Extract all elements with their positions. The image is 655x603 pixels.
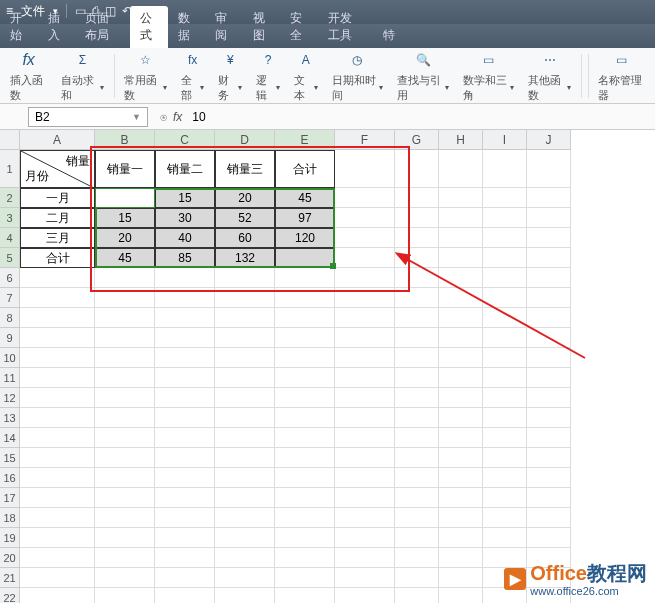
cell-E18[interactable]	[275, 508, 335, 528]
cell-H17[interactable]	[439, 488, 483, 508]
cell-H5[interactable]	[439, 248, 483, 268]
cell-F22[interactable]	[335, 588, 395, 603]
cell-G9[interactable]	[395, 328, 439, 348]
cell-E4[interactable]: 120	[275, 228, 335, 248]
cell-C3[interactable]: 30	[155, 208, 215, 228]
cell-J7[interactable]	[527, 288, 571, 308]
cell-E2[interactable]: 45	[275, 188, 335, 208]
cell-G5[interactable]	[395, 248, 439, 268]
cell-A2[interactable]: 一月	[20, 188, 95, 208]
cells-area[interactable]: 销量月份销量一销量二销量三合计一月10152045二月15305297三月204…	[20, 150, 571, 603]
cell-C19[interactable]	[155, 528, 215, 548]
cell-C6[interactable]	[155, 268, 215, 288]
cell-H10[interactable]	[439, 348, 483, 368]
cell-I19[interactable]	[483, 528, 527, 548]
cell-G8[interactable]	[395, 308, 439, 328]
cell-F15[interactable]	[335, 448, 395, 468]
preview-icon[interactable]: ◫	[105, 4, 116, 18]
col-header-D[interactable]: D	[215, 130, 275, 150]
cell-J3[interactable]	[527, 208, 571, 228]
cell-D1[interactable]: 销量三	[215, 150, 275, 188]
cell-C17[interactable]	[155, 488, 215, 508]
cell-B10[interactable]	[95, 348, 155, 368]
cell-G22[interactable]	[395, 588, 439, 603]
chevron-down-icon[interactable]: ▼	[132, 112, 141, 122]
cell-C15[interactable]	[155, 448, 215, 468]
cell-C18[interactable]	[155, 508, 215, 528]
cell-B22[interactable]	[95, 588, 155, 603]
cell-C8[interactable]	[155, 308, 215, 328]
col-header-A[interactable]: A	[20, 130, 95, 150]
cell-D4[interactable]: 60	[215, 228, 275, 248]
cell-E1[interactable]: 合计	[275, 150, 335, 188]
cell-F1[interactable]	[335, 150, 395, 188]
cell-I10[interactable]	[483, 348, 527, 368]
tab-8[interactable]: 开发工具	[318, 6, 373, 48]
cell-G4[interactable]	[395, 228, 439, 248]
ribbon-数学和三角[interactable]: ▭数学和三角▾	[457, 47, 521, 105]
cell-J2[interactable]	[527, 188, 571, 208]
cell-G2[interactable]	[395, 188, 439, 208]
cell-D19[interactable]	[215, 528, 275, 548]
cell-E7[interactable]	[275, 288, 335, 308]
cell-D2[interactable]: 20	[215, 188, 275, 208]
cell-J1[interactable]	[527, 150, 571, 188]
row-header-15[interactable]: 15	[0, 448, 20, 468]
cell-B19[interactable]	[95, 528, 155, 548]
cell-G12[interactable]	[395, 388, 439, 408]
cell-C7[interactable]	[155, 288, 215, 308]
cell-F9[interactable]	[335, 328, 395, 348]
cell-E12[interactable]	[275, 388, 335, 408]
cell-C21[interactable]	[155, 568, 215, 588]
cell-H4[interactable]	[439, 228, 483, 248]
cell-J13[interactable]	[527, 408, 571, 428]
cell-C4[interactable]: 40	[155, 228, 215, 248]
cell-B6[interactable]	[95, 268, 155, 288]
cell-A5[interactable]: 合计	[20, 248, 95, 268]
cell-F10[interactable]	[335, 348, 395, 368]
ribbon-名称管理器[interactable]: ▭名称管理器	[592, 47, 651, 105]
cell-C5[interactable]: 85	[155, 248, 215, 268]
cell-I13[interactable]	[483, 408, 527, 428]
cell-H14[interactable]	[439, 428, 483, 448]
cell-F11[interactable]	[335, 368, 395, 388]
row-header-7[interactable]: 7	[0, 288, 20, 308]
cell-I11[interactable]	[483, 368, 527, 388]
cell-D17[interactable]	[215, 488, 275, 508]
fx-icon[interactable]: fx	[173, 110, 182, 124]
cell-A12[interactable]	[20, 388, 95, 408]
cell-B11[interactable]	[95, 368, 155, 388]
col-header-J[interactable]: J	[527, 130, 571, 150]
cell-F20[interactable]	[335, 548, 395, 568]
row-header-19[interactable]: 19	[0, 528, 20, 548]
cell-F13[interactable]	[335, 408, 395, 428]
cell-G11[interactable]	[395, 368, 439, 388]
cell-B3[interactable]: 15	[95, 208, 155, 228]
cell-D11[interactable]	[215, 368, 275, 388]
cell-F3[interactable]	[335, 208, 395, 228]
cell-I7[interactable]	[483, 288, 527, 308]
cell-I9[interactable]	[483, 328, 527, 348]
row-header-13[interactable]: 13	[0, 408, 20, 428]
cell-I12[interactable]	[483, 388, 527, 408]
save-icon[interactable]: ▭	[75, 4, 86, 18]
col-header-C[interactable]: C	[155, 130, 215, 150]
cell-B9[interactable]	[95, 328, 155, 348]
cell-C22[interactable]	[155, 588, 215, 603]
cell-J12[interactable]	[527, 388, 571, 408]
cell-E15[interactable]	[275, 448, 335, 468]
cell-C16[interactable]	[155, 468, 215, 488]
cell-F8[interactable]	[335, 308, 395, 328]
cell-F4[interactable]	[335, 228, 395, 248]
cell-C9[interactable]	[155, 328, 215, 348]
row-header-1[interactable]: 1	[0, 150, 20, 188]
cell-I17[interactable]	[483, 488, 527, 508]
cell-G7[interactable]	[395, 288, 439, 308]
cell-G3[interactable]	[395, 208, 439, 228]
cell-C10[interactable]	[155, 348, 215, 368]
cell-G20[interactable]	[395, 548, 439, 568]
cell-B21[interactable]	[95, 568, 155, 588]
cell-F5[interactable]	[335, 248, 395, 268]
cell-D16[interactable]	[215, 468, 275, 488]
row-header-16[interactable]: 16	[0, 468, 20, 488]
